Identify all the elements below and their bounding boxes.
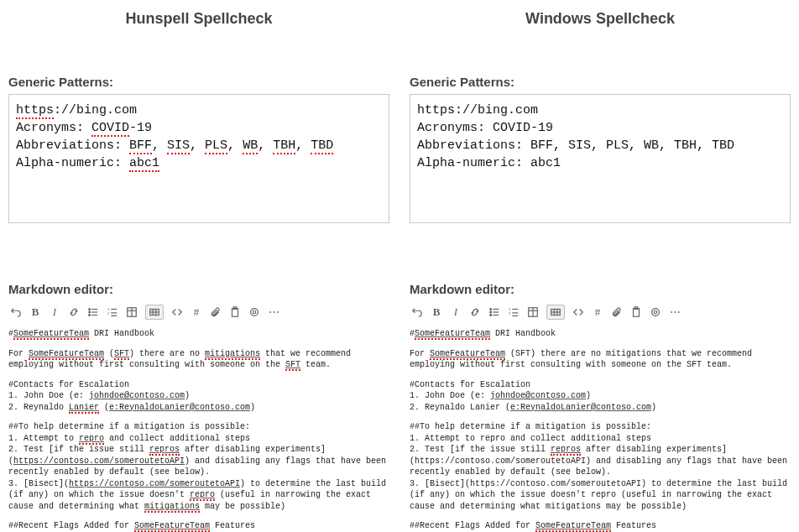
text-segment: SomeFeatureTeam — [29, 349, 104, 360]
text-segment: mitigations — [205, 349, 260, 360]
svg-point-43 — [654, 310, 657, 314]
text-segment: ://bing.com — [54, 103, 137, 117]
table-icon[interactable] — [126, 305, 138, 320]
text-segment: johndoe@contoso.com — [490, 391, 586, 400]
pattern-label: Alpha-numeric: — [16, 156, 129, 170]
text-segment: team. — [300, 360, 331, 369]
svg-point-20 — [251, 309, 258, 316]
pattern-line: Acronyms: COVID-19 — [16, 119, 382, 137]
text-segment: repro — [190, 490, 215, 501]
text-segment: #Contacts for Escalation — [8, 380, 129, 389]
hash-icon[interactable]: # — [191, 305, 202, 320]
text-segment: mitigations — [144, 502, 200, 513]
more-icon[interactable]: ⋯ — [268, 305, 279, 320]
generic-patterns-heading: Generic Patterns: — [8, 75, 389, 89]
patterns-textbox[interactable]: https://bing.comAcronyms: COVID-19Abbrev… — [8, 94, 389, 223]
text-segment: SomeFeatureTeam — [430, 349, 505, 360]
text-segment: SomeFeatureTeam — [13, 329, 89, 340]
attachment-icon[interactable] — [611, 305, 623, 320]
column-title: Windows Spellcheck — [410, 10, 791, 28]
editor-toolbar: BI12#⋯ — [8, 301, 389, 323]
text-segment: ) — [651, 403, 656, 412]
pattern-label: Acronyms: — [16, 121, 91, 135]
italic-icon[interactable]: I — [450, 305, 462, 320]
markdown-content[interactable]: #SomeFeatureTeam DRI HandbookFor SomeFea… — [410, 328, 791, 532]
code-icon[interactable] — [572, 305, 584, 320]
text-segment: , — [295, 138, 311, 153]
text-segment: , — [190, 138, 205, 153]
undo-icon[interactable] — [411, 305, 423, 320]
text-segment: 2. Test [if the issue still — [410, 445, 551, 454]
text-segment: 3. [Bisect](https://contoso.com/somerout… — [410, 479, 787, 511]
bold-icon[interactable]: B — [431, 305, 442, 320]
text-segment: 3. [Bisect]( — [8, 479, 69, 488]
text-segment: , — [258, 138, 273, 153]
italic-icon[interactable]: I — [49, 305, 60, 320]
pattern-label: Acronyms: — [417, 121, 493, 135]
svg-text:2: 2 — [107, 311, 110, 316]
text-segment: ) there are no — [129, 349, 205, 358]
pattern-line: https://bing.com — [417, 102, 783, 119]
text-segment: e:ReynaldoLanier@contoso.com — [109, 403, 250, 412]
pattern-line: Alpha-numeric: abc1 — [16, 154, 382, 172]
text-segment: , — [227, 138, 243, 153]
text-segment: e:ReynaldoLanier@contoso.com — [510, 403, 651, 412]
svg-point-1 — [89, 311, 91, 313]
pattern-line: Abbreviations: BFF, SIS, PLS, WB, TBH, T… — [417, 137, 783, 154]
grid-icon[interactable] — [546, 305, 565, 320]
bold-icon[interactable]: B — [29, 305, 41, 320]
hunspell-column: Hunspell SpellcheckGeneric Patterns:http… — [8, 7, 389, 532]
text-segment: SomeFeatureTeam — [415, 329, 490, 340]
text-segment: ( — [104, 349, 114, 358]
text-segment: ( — [99, 403, 109, 412]
mention-icon[interactable] — [650, 305, 661, 320]
text-segment: repros — [551, 445, 581, 456]
clipboard-icon[interactable] — [229, 305, 241, 320]
more-icon[interactable]: ⋯ — [669, 305, 681, 320]
text-segment: For — [410, 349, 430, 358]
grid-icon[interactable] — [145, 305, 164, 320]
svg-point-22 — [490, 309, 492, 310]
text-segment: and collect additional steps — [104, 434, 250, 443]
svg-point-24 — [490, 315, 492, 316]
svg-point-42 — [652, 309, 660, 316]
undo-icon[interactable] — [10, 305, 22, 320]
clipboard-icon[interactable] — [630, 305, 642, 320]
text-segment: SFT — [114, 349, 129, 360]
text-segment: ) — [586, 391, 591, 400]
bullet-list-icon[interactable] — [488, 305, 500, 320]
patterns-textbox[interactable]: https://bing.comAcronyms: COVID-19Abbrev… — [410, 94, 791, 223]
link-icon[interactable] — [469, 305, 481, 320]
numbered-list-icon[interactable]: 12 — [508, 305, 520, 320]
text-segment: Lanier — [69, 403, 99, 414]
text-segment: SFT — [285, 360, 300, 371]
svg-point-0 — [89, 309, 91, 310]
pattern-line: Alpha-numeric: abc1 — [417, 154, 783, 172]
pattern-line: https://bing.com — [16, 102, 382, 119]
table-icon[interactable] — [527, 305, 539, 320]
text-segment: ##Recent Flags Added for — [410, 521, 535, 530]
text-segment: -19 — [129, 121, 152, 135]
markdown-content[interactable]: #SomeFeatureTeam DRI HandbookFor SomeFea… — [8, 328, 389, 532]
text-segment: ##To help determine if a mitigation is p… — [410, 422, 651, 431]
mention-icon[interactable] — [248, 305, 260, 320]
hash-icon[interactable]: # — [592, 305, 603, 320]
pattern-label: Abbreviations: — [16, 138, 129, 153]
svg-point-23 — [490, 311, 492, 313]
link-icon[interactable] — [68, 305, 80, 320]
attachment-icon[interactable] — [210, 305, 222, 320]
numbered-list-icon[interactable]: 12 — [107, 305, 118, 320]
spell-error: BFF — [129, 138, 152, 154]
pattern-label: Alpha-numeric: — [417, 156, 530, 170]
code-icon[interactable] — [171, 305, 183, 320]
windows-column: Windows SpellcheckGeneric Patterns:https… — [410, 7, 791, 532]
text-segment: ) — [250, 403, 255, 412]
text-segment: abc1 — [530, 156, 561, 170]
bullet-list-icon[interactable] — [87, 305, 99, 320]
text-segment: 1. Attempt to — [8, 434, 79, 443]
text-segment: 1. John Doe (e: — [410, 391, 490, 400]
text-segment: For — [8, 349, 29, 358]
spell-error: COVID — [91, 121, 129, 137]
text-segment: BFF, SIS, PLS, WB, TBH, TBD — [530, 138, 734, 153]
markdown-editor-heading: Markdown editor: — [410, 282, 791, 296]
